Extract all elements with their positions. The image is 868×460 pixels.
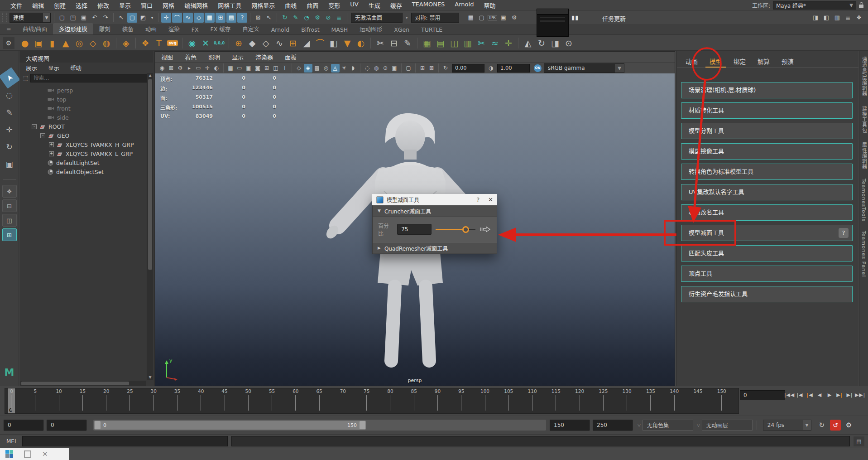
- go-to-end-button[interactable]: ▶▶|: [855, 389, 865, 400]
- tool-button-材质改名工具[interactable]: 材质改名工具: [681, 204, 853, 221]
- viewport-menu-照明[interactable]: 照明: [208, 53, 220, 61]
- shelf-tab-FX[interactable]: FX: [186, 25, 205, 34]
- modeling-history-icon[interactable]: ✎: [291, 13, 301, 23]
- live-surface-field[interactable]: 无激活曲面: [351, 13, 403, 23]
- depth-peel-icon[interactable]: ▣: [390, 64, 399, 73]
- poly-cone-icon[interactable]: ▲: [59, 36, 72, 50]
- help-badge[interactable]: ?: [839, 228, 849, 238]
- outliner-item-defaultObjectSet[interactable]: defaultObjectSet: [19, 167, 147, 176]
- select-object-icon[interactable]: ▢: [127, 13, 137, 23]
- construction-history-icon[interactable]: ↻: [280, 13, 290, 23]
- dialog-help-button[interactable]: ?: [476, 196, 480, 203]
- chevron-down-icon[interactable]: ▾: [406, 15, 408, 20]
- symmetry-field[interactable]: 对称: 禁用: [411, 13, 459, 23]
- outliner-item-front[interactable]: front: [19, 104, 147, 113]
- reduce-icon[interactable]: ▼: [340, 36, 354, 50]
- undo-icon[interactable]: ↶: [90, 13, 100, 23]
- poly-cube-icon[interactable]: ▣: [32, 36, 45, 50]
- new-scene-icon[interactable]: ▢: [57, 13, 67, 23]
- animation-preferences-icon[interactable]: ⚙: [844, 420, 854, 431]
- menubar-item-缓存[interactable]: 缓存: [385, 1, 407, 10]
- side-tab-建模工具包[interactable]: 建模工具包: [860, 106, 868, 133]
- render-sequence-icon[interactable]: ▣: [499, 13, 508, 23]
- dialog-close-button[interactable]: ✕: [488, 196, 493, 203]
- outliner-item-defaultLightSet[interactable]: defaultLightSet: [19, 158, 147, 167]
- exposure-icon[interactable]: ↻: [441, 64, 450, 73]
- expander-icon[interactable]: +: [49, 142, 54, 147]
- save-scene-icon[interactable]: ▣: [79, 13, 89, 23]
- shelf-tab-装备[interactable]: 装备: [116, 23, 139, 34]
- outliner-vertical-scrollbar[interactable]: ▲ ▼: [147, 73, 153, 380]
- uv-layout-icon[interactable]: ▥: [461, 36, 475, 50]
- animation-layer-field[interactable]: 无动画层: [702, 420, 753, 431]
- uv-auto-icon[interactable]: ▤: [434, 36, 447, 50]
- layout-single-button[interactable]: ❖: [2, 185, 17, 198]
- shelf-tab-渲染[interactable]: 渲染: [163, 23, 186, 34]
- menubar-item-生成[interactable]: 生成: [364, 1, 385, 10]
- layout-four-button[interactable]: ⊞: [2, 228, 17, 241]
- character-set-field[interactable]: 无角色集: [643, 420, 693, 431]
- camera-lock-icon[interactable]: ⊠: [167, 64, 176, 73]
- animation-history-icon[interactable]: ◔: [302, 13, 312, 23]
- menubar-item-文件[interactable]: 文件: [5, 1, 27, 10]
- svg-tool-icon[interactable]: svg: [166, 36, 179, 50]
- rotate-tool[interactable]: ↻: [2, 139, 17, 155]
- expander-icon[interactable]: -: [40, 133, 45, 138]
- shelf-tab-动画[interactable]: 动画: [139, 23, 163, 34]
- snap-view-icon[interactable]: ▦: [205, 13, 215, 23]
- dropdown-arrow-icon[interactable]: ▾: [149, 13, 155, 23]
- playback-loop-icon[interactable]: ↻: [816, 420, 827, 431]
- viewport-menu-渲染器[interactable]: 渲染器: [255, 53, 273, 61]
- tool-button-材质转化工具[interactable]: 材质转化工具: [681, 102, 853, 119]
- current-frame-field[interactable]: [740, 390, 785, 400]
- image-plane-icon[interactable]: ▭: [194, 64, 203, 73]
- conform-icon[interactable]: ◨: [548, 36, 562, 50]
- poly-torus-icon[interactable]: ◎: [72, 36, 86, 50]
- render-view-icon[interactable]: ▦: [466, 13, 476, 23]
- move-tool[interactable]: ✛: [2, 122, 17, 137]
- wireframe-icon[interactable]: ◇: [295, 64, 303, 73]
- script-editor-icon[interactable]: ▤: [854, 436, 864, 446]
- tab-解算[interactable]: 解算: [753, 56, 774, 68]
- menubar-item-网格[interactable]: 网格: [158, 1, 179, 10]
- shelf-menu-icon[interactable]: ≡: [6, 26, 11, 33]
- cruncher-section-header[interactable]: ▼ Cruncher减面工具: [373, 205, 497, 217]
- percent-input[interactable]: [397, 224, 432, 235]
- bridge-icon[interactable]: ⌒: [313, 36, 327, 50]
- selection-highlight-icon[interactable]: ↖: [264, 13, 274, 23]
- tool-button-模型减面工具[interactable]: 模型减面工具?: [681, 225, 853, 241]
- poly-cylinder-icon[interactable]: ▮: [45, 36, 59, 50]
- ipr-render-icon[interactable]: IPR: [488, 13, 498, 23]
- anaglyph-icon[interactable]: ◐: [212, 64, 221, 73]
- average-vertices-icon[interactable]: ⊙: [562, 36, 575, 50]
- multi-cut-icon[interactable]: ✂: [374, 36, 387, 50]
- xray-icon[interactable]: ⊞: [418, 64, 427, 73]
- menubar-item-曲线[interactable]: 曲线: [280, 1, 302, 10]
- maximize-icon[interactable]: [24, 450, 31, 458]
- lock-icon[interactable]: ⊠: [253, 13, 263, 23]
- screen-ao-icon[interactable]: ◌: [363, 64, 372, 73]
- side-tab-Teamones Panel[interactable]: Teamones Panel: [861, 231, 867, 277]
- snap-curve-icon[interactable]: ⌒: [172, 13, 182, 23]
- quad-draw-icon[interactable]: ✎: [401, 36, 414, 50]
- platonic-solid-icon[interactable]: ◈: [119, 36, 133, 50]
- film-gate-icon[interactable]: ▭: [235, 64, 244, 73]
- step-back-key-button[interactable]: |◀: [805, 389, 815, 400]
- outliner-item-XLQYCS_IVAMKX_L_GRP[interactable]: +XLQYCS_IVAMKX_L_GRP: [19, 149, 147, 158]
- range-slider-track[interactable]: 0 150: [93, 420, 546, 431]
- snap-together-icon[interactable]: ⊞: [216, 13, 225, 23]
- command-language-label[interactable]: MEL: [6, 438, 18, 445]
- crease-set-icon[interactable]: ◭: [521, 36, 535, 50]
- step-forward-key-button[interactable]: ▶|: [835, 389, 844, 400]
- menubar-item-曲面[interactable]: 曲面: [302, 1, 323, 10]
- percent-slider[interactable]: [436, 226, 475, 233]
- uv-planar-icon[interactable]: ▦: [420, 36, 434, 50]
- menubar-item-网格工具[interactable]: 网格工具: [213, 1, 246, 10]
- expander-icon[interactable]: +: [49, 151, 54, 156]
- menubar-item-UV[interactable]: UV: [345, 1, 363, 10]
- pause-icon[interactable]: ▮▮: [571, 14, 579, 21]
- pan-zoom-icon[interactable]: ✛: [203, 64, 212, 73]
- expander-icon[interactable]: -: [32, 124, 37, 129]
- gamma-field[interactable]: 1.00: [497, 64, 530, 73]
- lasso-tool[interactable]: ◌: [2, 87, 17, 103]
